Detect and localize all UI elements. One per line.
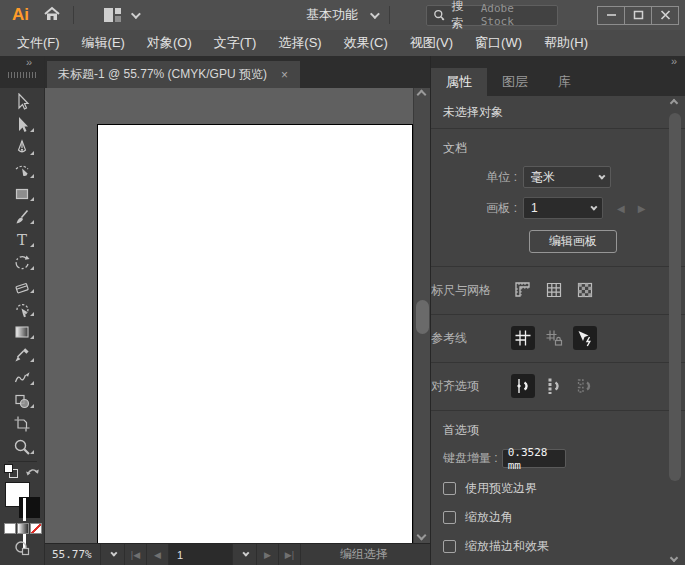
- maximize-button[interactable]: [624, 6, 652, 25]
- snap-to-grid-icon[interactable]: [542, 374, 566, 398]
- search-icon: [433, 9, 447, 22]
- rectangle-tool[interactable]: [0, 182, 45, 205]
- eraser-tool[interactable]: [0, 274, 45, 297]
- scrollbar-thumb[interactable]: [416, 300, 429, 334]
- toolbar-divider: [8, 461, 37, 462]
- show-grid-icon[interactable]: [542, 278, 566, 302]
- snap-to-pixel-icon[interactable]: [573, 374, 597, 398]
- eyedropper-tool[interactable]: [0, 343, 45, 366]
- menu-object[interactable]: 对象(O): [136, 30, 203, 56]
- previous-artboard-button[interactable]: ◀: [147, 544, 169, 565]
- scale-corners-option[interactable]: 缩放边角: [443, 509, 659, 526]
- menu-help[interactable]: 帮助(H): [533, 30, 599, 56]
- scroll-up-icon[interactable]: [670, 99, 678, 107]
- canvas-area[interactable]: [45, 88, 430, 543]
- none-swatch-button[interactable]: [30, 523, 42, 534]
- type-tool[interactable]: T: [0, 228, 45, 251]
- artboard-number-field[interactable]: 1: [169, 544, 233, 565]
- pen-tool[interactable]: [0, 136, 45, 159]
- swap-fill-stroke-icon[interactable]: [25, 464, 40, 482]
- snap-to-point-icon[interactable]: [511, 374, 535, 398]
- menu-select[interactable]: 选择(S): [267, 30, 332, 56]
- collapse-panel-icon[interactable]: »: [671, 56, 677, 67]
- stroke-color-swatch[interactable]: [19, 497, 40, 518]
- panel-scrollbar[interactable]: [668, 98, 682, 563]
- keyboard-increment-field[interactable]: 0.3528 mm: [502, 449, 566, 468]
- scroll-down-icon[interactable]: [417, 531, 427, 541]
- scrollbar-thumb[interactable]: [669, 113, 681, 481]
- last-artboard-button[interactable]: ▶|: [279, 544, 301, 565]
- search-input[interactable]: 搜索 Adobe Stock: [426, 5, 558, 26]
- workspace-switcher[interactable]: 基本功能: [306, 6, 377, 24]
- menu-type[interactable]: 文字(T): [203, 30, 268, 56]
- checkbox-icon[interactable]: [443, 540, 456, 553]
- artboard-tool[interactable]: [0, 412, 45, 435]
- unit-select[interactable]: 毫米: [523, 166, 611, 188]
- arrange-documents-icon[interactable]: [104, 8, 121, 22]
- artboard-select[interactable]: 1: [523, 197, 603, 219]
- next-artboard-button[interactable]: ▶: [257, 544, 279, 565]
- gradient-swatch-button[interactable]: [17, 523, 29, 534]
- keyboard-increment-label: 键盘增量 :: [443, 450, 498, 467]
- tab-layers[interactable]: 图层: [487, 68, 543, 96]
- zoom-dropdown-button[interactable]: [101, 544, 125, 565]
- zoom-tool[interactable]: [0, 435, 45, 458]
- snap-options-row: 对齐选项: [431, 363, 685, 411]
- next-artboard-icon[interactable]: ▶: [638, 203, 646, 214]
- artboard-page[interactable]: [97, 124, 413, 543]
- selection-tool[interactable]: [0, 90, 45, 113]
- smart-guides-icon[interactable]: [573, 326, 597, 350]
- drawing-mode-icon[interactable]: [14, 540, 30, 560]
- checkbox-icon[interactable]: [443, 511, 456, 524]
- shape-builder-tool[interactable]: [0, 389, 45, 412]
- scroll-down-icon[interactable]: [670, 554, 678, 562]
- tab-properties[interactable]: 属性: [431, 68, 487, 96]
- menu-file[interactable]: 文件(F): [6, 30, 71, 56]
- rotate-tool[interactable]: [0, 251, 45, 274]
- properties-panel: » 属性 图层 库 未选择对象 文档 单位 : 毫米: [430, 56, 685, 565]
- artboard-dropdown-button[interactable]: [233, 544, 257, 565]
- scroll-up-icon[interactable]: [417, 90, 427, 100]
- rulers-grids-row: 标尺与网格: [431, 267, 685, 315]
- shaper-tool[interactable]: [0, 366, 45, 389]
- transparency-grid-icon[interactable]: [573, 278, 597, 302]
- direct-selection-tool[interactable]: [0, 113, 45, 136]
- first-artboard-button[interactable]: |◀: [125, 544, 147, 565]
- tools-panel: »: [0, 56, 45, 565]
- panel-tabs: 属性 图层 库: [431, 68, 685, 96]
- menu-edit[interactable]: 编辑(E): [71, 30, 136, 56]
- canvas-vertical-scrollbar[interactable]: [413, 88, 430, 543]
- menu-view[interactable]: 视图(V): [399, 30, 464, 56]
- preview-bounds-option[interactable]: 使用预览边界: [443, 480, 659, 497]
- minimize-button[interactable]: [597, 6, 625, 25]
- gradient-tool[interactable]: [0, 320, 45, 343]
- scale-strokes-effects-option[interactable]: 缩放描边和效果: [443, 538, 659, 555]
- menu-effect[interactable]: 效果(C): [333, 30, 399, 56]
- app-logo: Ai: [12, 5, 29, 25]
- lock-guides-icon[interactable]: [542, 326, 566, 350]
- home-icon[interactable]: [43, 5, 61, 26]
- color-swatch-button[interactable]: [4, 523, 16, 534]
- tab-libraries[interactable]: 库: [543, 68, 586, 96]
- curvature-tool[interactable]: [0, 159, 45, 182]
- checkbox-icon[interactable]: [443, 482, 456, 495]
- collapse-panel-icon[interactable]: »: [26, 56, 32, 68]
- status-selection-mode[interactable]: 编组选择: [340, 544, 388, 565]
- drag-grip-icon[interactable]: [8, 72, 36, 78]
- document-tab[interactable]: 未标题-1 @ 55.77% (CMYK/GPU 预览) ×: [47, 61, 300, 88]
- menu-window[interactable]: 窗口(W): [464, 30, 533, 56]
- artboard-value: 1: [531, 201, 538, 215]
- close-tab-icon[interactable]: ×: [281, 68, 288, 82]
- paintbrush-tool[interactable]: [0, 205, 45, 228]
- show-rulers-icon[interactable]: [511, 278, 535, 302]
- scale-tool[interactable]: [0, 297, 45, 320]
- previous-artboard-icon[interactable]: ◀: [617, 203, 625, 214]
- edit-artboard-button[interactable]: 编辑画板: [529, 230, 617, 253]
- show-guides-icon[interactable]: [511, 326, 535, 350]
- zoom-level-field[interactable]: 55.77%: [45, 544, 101, 565]
- default-fill-stroke-icon[interactable]: [4, 464, 18, 478]
- checkbox-label: 缩放描边和效果: [465, 538, 549, 555]
- close-button[interactable]: [651, 6, 679, 25]
- chevron-down-icon[interactable]: [131, 9, 141, 19]
- section-header: 文档: [443, 129, 659, 157]
